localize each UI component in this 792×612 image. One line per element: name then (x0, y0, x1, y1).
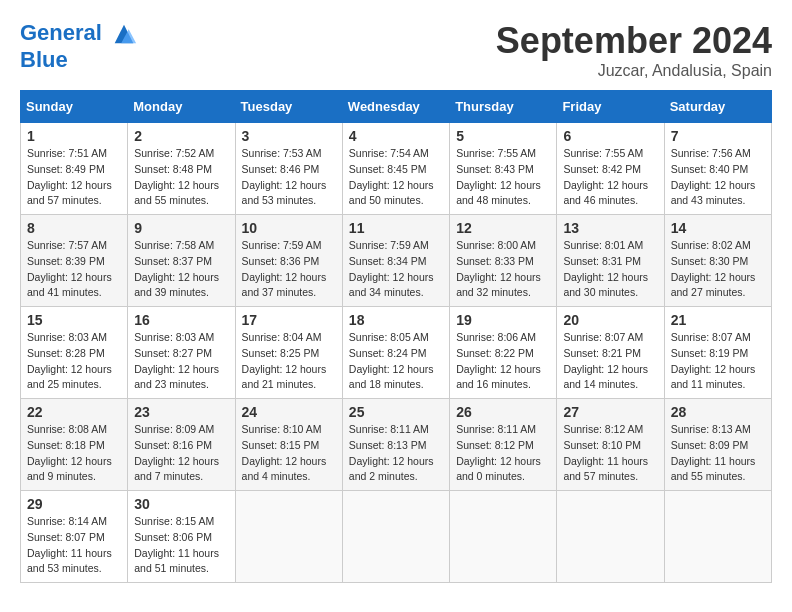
header-saturday: Saturday (664, 91, 771, 123)
day-info: Sunrise: 7:54 AM Sunset: 8:45 PM Dayligh… (349, 146, 443, 209)
calendar-cell (235, 491, 342, 583)
calendar-cell (557, 491, 664, 583)
calendar-cell: 10 Sunrise: 7:59 AM Sunset: 8:36 PM Dayl… (235, 215, 342, 307)
logo: General Blue (20, 20, 138, 72)
day-info: Sunrise: 8:03 AM Sunset: 8:27 PM Dayligh… (134, 330, 228, 393)
day-number: 16 (134, 312, 228, 328)
day-info: Sunrise: 8:09 AM Sunset: 8:16 PM Dayligh… (134, 422, 228, 485)
day-info: Sunrise: 7:59 AM Sunset: 8:36 PM Dayligh… (242, 238, 336, 301)
calendar-cell: 23 Sunrise: 8:09 AM Sunset: 8:16 PM Dayl… (128, 399, 235, 491)
day-info: Sunrise: 8:14 AM Sunset: 8:07 PM Dayligh… (27, 514, 121, 577)
logo-general: General (20, 20, 102, 45)
calendar-cell (450, 491, 557, 583)
calendar-cell: 19 Sunrise: 8:06 AM Sunset: 8:22 PM Dayl… (450, 307, 557, 399)
calendar-cell: 28 Sunrise: 8:13 AM Sunset: 8:09 PM Dayl… (664, 399, 771, 491)
day-info: Sunrise: 7:53 AM Sunset: 8:46 PM Dayligh… (242, 146, 336, 209)
calendar-cell: 2 Sunrise: 7:52 AM Sunset: 8:48 PM Dayli… (128, 123, 235, 215)
calendar-cell: 11 Sunrise: 7:59 AM Sunset: 8:34 PM Dayl… (342, 215, 449, 307)
calendar-cell: 4 Sunrise: 7:54 AM Sunset: 8:45 PM Dayli… (342, 123, 449, 215)
day-info: Sunrise: 8:12 AM Sunset: 8:10 PM Dayligh… (563, 422, 657, 485)
day-number: 27 (563, 404, 657, 420)
calendar-cell: 9 Sunrise: 7:58 AM Sunset: 8:37 PM Dayli… (128, 215, 235, 307)
calendar-week-row: 29 Sunrise: 8:14 AM Sunset: 8:07 PM Dayl… (21, 491, 772, 583)
calendar-body: 1 Sunrise: 7:51 AM Sunset: 8:49 PM Dayli… (21, 123, 772, 583)
calendar-cell: 24 Sunrise: 8:10 AM Sunset: 8:15 PM Dayl… (235, 399, 342, 491)
calendar-cell: 29 Sunrise: 8:14 AM Sunset: 8:07 PM Dayl… (21, 491, 128, 583)
calendar-cell: 17 Sunrise: 8:04 AM Sunset: 8:25 PM Dayl… (235, 307, 342, 399)
day-number: 4 (349, 128, 443, 144)
calendar-cell: 8 Sunrise: 7:57 AM Sunset: 8:39 PM Dayli… (21, 215, 128, 307)
calendar-week-row: 8 Sunrise: 7:57 AM Sunset: 8:39 PM Dayli… (21, 215, 772, 307)
day-info: Sunrise: 7:55 AM Sunset: 8:43 PM Dayligh… (456, 146, 550, 209)
day-number: 29 (27, 496, 121, 512)
calendar-cell: 13 Sunrise: 8:01 AM Sunset: 8:31 PM Dayl… (557, 215, 664, 307)
location: Juzcar, Andalusia, Spain (496, 62, 772, 80)
day-info: Sunrise: 8:08 AM Sunset: 8:18 PM Dayligh… (27, 422, 121, 485)
day-number: 26 (456, 404, 550, 420)
day-number: 11 (349, 220, 443, 236)
day-info: Sunrise: 8:11 AM Sunset: 8:13 PM Dayligh… (349, 422, 443, 485)
calendar-cell: 25 Sunrise: 8:11 AM Sunset: 8:13 PM Dayl… (342, 399, 449, 491)
calendar-week-row: 1 Sunrise: 7:51 AM Sunset: 8:49 PM Dayli… (21, 123, 772, 215)
day-info: Sunrise: 8:10 AM Sunset: 8:15 PM Dayligh… (242, 422, 336, 485)
header-wednesday: Wednesday (342, 91, 449, 123)
day-info: Sunrise: 7:59 AM Sunset: 8:34 PM Dayligh… (349, 238, 443, 301)
day-number: 1 (27, 128, 121, 144)
day-number: 20 (563, 312, 657, 328)
day-number: 15 (27, 312, 121, 328)
day-number: 22 (27, 404, 121, 420)
header-friday: Friday (557, 91, 664, 123)
calendar-cell: 6 Sunrise: 7:55 AM Sunset: 8:42 PM Dayli… (557, 123, 664, 215)
day-number: 24 (242, 404, 336, 420)
day-info: Sunrise: 8:00 AM Sunset: 8:33 PM Dayligh… (456, 238, 550, 301)
day-info: Sunrise: 8:04 AM Sunset: 8:25 PM Dayligh… (242, 330, 336, 393)
day-info: Sunrise: 7:56 AM Sunset: 8:40 PM Dayligh… (671, 146, 765, 209)
calendar-week-row: 22 Sunrise: 8:08 AM Sunset: 8:18 PM Dayl… (21, 399, 772, 491)
header-tuesday: Tuesday (235, 91, 342, 123)
header-monday: Monday (128, 91, 235, 123)
logo-blue: Blue (20, 48, 138, 72)
calendar-cell: 21 Sunrise: 8:07 AM Sunset: 8:19 PM Dayl… (664, 307, 771, 399)
day-number: 7 (671, 128, 765, 144)
calendar-cell: 20 Sunrise: 8:07 AM Sunset: 8:21 PM Dayl… (557, 307, 664, 399)
day-number: 18 (349, 312, 443, 328)
day-info: Sunrise: 7:57 AM Sunset: 8:39 PM Dayligh… (27, 238, 121, 301)
day-info: Sunrise: 7:58 AM Sunset: 8:37 PM Dayligh… (134, 238, 228, 301)
day-number: 25 (349, 404, 443, 420)
day-info: Sunrise: 8:01 AM Sunset: 8:31 PM Dayligh… (563, 238, 657, 301)
calendar-cell: 22 Sunrise: 8:08 AM Sunset: 8:18 PM Dayl… (21, 399, 128, 491)
day-number: 8 (27, 220, 121, 236)
calendar-cell: 18 Sunrise: 8:05 AM Sunset: 8:24 PM Dayl… (342, 307, 449, 399)
day-info: Sunrise: 8:07 AM Sunset: 8:21 PM Dayligh… (563, 330, 657, 393)
day-info: Sunrise: 8:02 AM Sunset: 8:30 PM Dayligh… (671, 238, 765, 301)
day-number: 2 (134, 128, 228, 144)
day-info: Sunrise: 8:03 AM Sunset: 8:28 PM Dayligh… (27, 330, 121, 393)
calendar-cell: 15 Sunrise: 8:03 AM Sunset: 8:28 PM Dayl… (21, 307, 128, 399)
day-number: 14 (671, 220, 765, 236)
logo-icon (110, 20, 138, 48)
calendar-header: Sunday Monday Tuesday Wednesday Thursday… (21, 91, 772, 123)
day-number: 28 (671, 404, 765, 420)
day-number: 6 (563, 128, 657, 144)
day-number: 3 (242, 128, 336, 144)
calendar-cell: 7 Sunrise: 7:56 AM Sunset: 8:40 PM Dayli… (664, 123, 771, 215)
day-info: Sunrise: 8:11 AM Sunset: 8:12 PM Dayligh… (456, 422, 550, 485)
calendar-cell (342, 491, 449, 583)
page-header: General Blue September 2024 Juzcar, Anda… (20, 20, 772, 80)
day-info: Sunrise: 7:55 AM Sunset: 8:42 PM Dayligh… (563, 146, 657, 209)
calendar-cell: 12 Sunrise: 8:00 AM Sunset: 8:33 PM Dayl… (450, 215, 557, 307)
calendar-cell: 1 Sunrise: 7:51 AM Sunset: 8:49 PM Dayli… (21, 123, 128, 215)
calendar-week-row: 15 Sunrise: 8:03 AM Sunset: 8:28 PM Dayl… (21, 307, 772, 399)
calendar-cell: 3 Sunrise: 7:53 AM Sunset: 8:46 PM Dayli… (235, 123, 342, 215)
day-info: Sunrise: 8:07 AM Sunset: 8:19 PM Dayligh… (671, 330, 765, 393)
weekday-header-row: Sunday Monday Tuesday Wednesday Thursday… (21, 91, 772, 123)
calendar-cell: 30 Sunrise: 8:15 AM Sunset: 8:06 PM Dayl… (128, 491, 235, 583)
calendar-cell: 16 Sunrise: 8:03 AM Sunset: 8:27 PM Dayl… (128, 307, 235, 399)
day-info: Sunrise: 8:15 AM Sunset: 8:06 PM Dayligh… (134, 514, 228, 577)
title-area: September 2024 Juzcar, Andalusia, Spain (496, 20, 772, 80)
calendar-cell: 14 Sunrise: 8:02 AM Sunset: 8:30 PM Dayl… (664, 215, 771, 307)
day-number: 21 (671, 312, 765, 328)
calendar-cell (664, 491, 771, 583)
day-info: Sunrise: 8:05 AM Sunset: 8:24 PM Dayligh… (349, 330, 443, 393)
header-thursday: Thursday (450, 91, 557, 123)
